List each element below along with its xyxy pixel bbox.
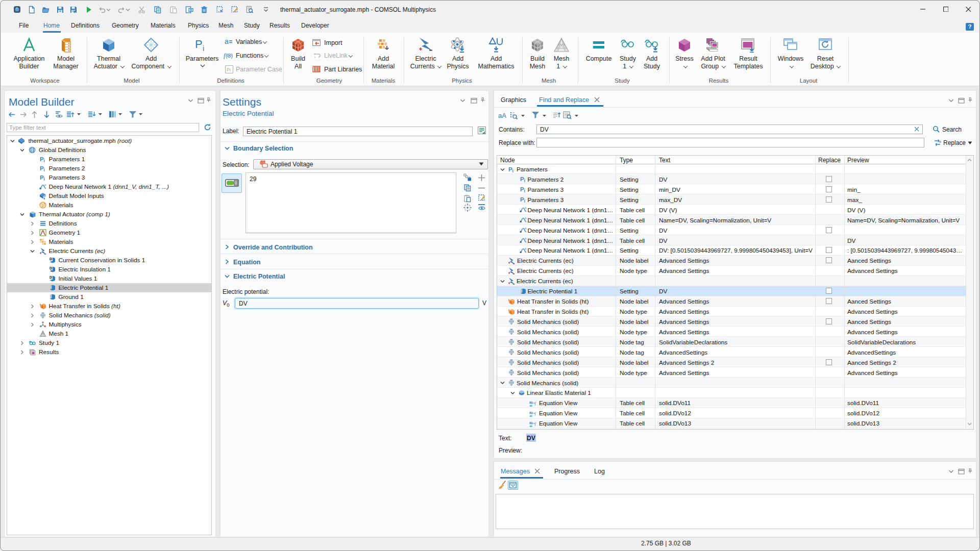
svg-text:f: f <box>535 421 537 426</box>
svg-text:): ) <box>231 53 233 59</box>
svg-text:P: P <box>195 38 203 51</box>
svg-text:i: i <box>43 167 44 172</box>
svg-text:D: D <box>50 266 52 269</box>
svg-text:a: a <box>225 38 229 45</box>
svg-text:f: f <box>535 400 537 406</box>
svg-text:D: D <box>50 257 52 260</box>
svg-text:i: i <box>524 198 525 203</box>
svg-text:at: at <box>530 424 532 427</box>
svg-text:i: i <box>512 168 513 173</box>
svg-text:Pi: Pi <box>227 67 231 72</box>
svg-text:au: au <box>529 420 533 423</box>
svg-text:B: B <box>939 140 941 143</box>
svg-text:i: i <box>43 177 44 181</box>
svg-text:i: i <box>43 158 44 163</box>
svg-text:i: i <box>524 178 525 183</box>
svg-text:at: at <box>530 414 532 417</box>
svg-text:au: au <box>529 400 533 403</box>
svg-text:i: i <box>203 44 204 52</box>
svg-text:i: i <box>524 188 525 193</box>
svg-text:at: at <box>530 404 532 407</box>
svg-text:D: D <box>50 275 52 279</box>
svg-text:f: f <box>535 411 537 416</box>
svg-text:au: au <box>529 410 533 413</box>
